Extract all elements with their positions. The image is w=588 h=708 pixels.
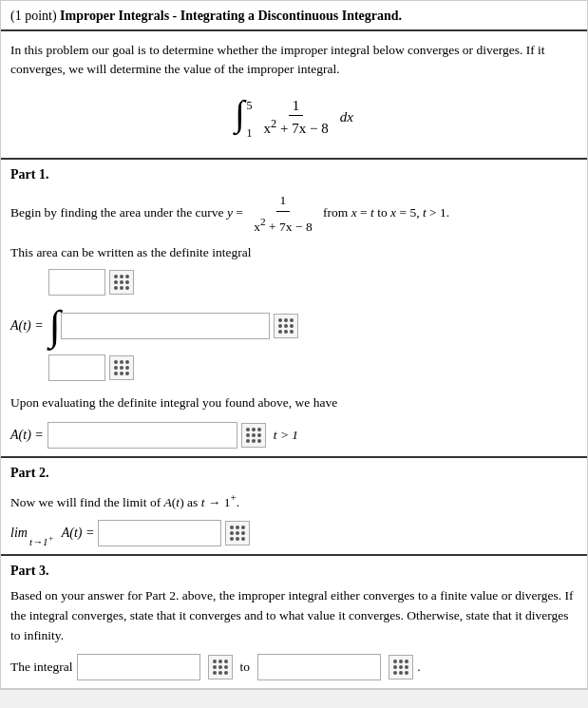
- grid-icon-3: [114, 360, 129, 375]
- integral-upper: 5: [247, 99, 253, 113]
- integral-limits: 5 1: [247, 99, 253, 141]
- part3-text: Based on your answer for Part 2. above, …: [10, 586, 578, 646]
- part1-title: Part 1.: [10, 167, 578, 182]
- upper-bound-row: [48, 269, 578, 296]
- definite-integral-row: A(t) = ∫: [10, 305, 578, 347]
- integral-lower: 1: [247, 126, 253, 141]
- upon-text: Upon evaluating the definite integral yo…: [10, 392, 578, 413]
- final-input2[interactable]: [257, 654, 381, 680]
- part1-section: Part 1. Begin by finding the area under …: [1, 160, 587, 459]
- to-label: to: [240, 660, 251, 675]
- from-text: from x = t to x = 5, t > 1.: [323, 204, 449, 219]
- integral-input-area: A(t) = ∫: [10, 269, 578, 381]
- dot-label: .: [417, 660, 420, 675]
- page: (1 point) Improper Integrals - Integrati…: [0, 0, 588, 690]
- intro-section: In this problem our goal is to determine…: [1, 31, 587, 160]
- title-text: Improper Integrals - Integrating a Disco…: [60, 9, 402, 23]
- y-label: y =: [227, 204, 243, 219]
- lim-subscript: t→1+: [29, 533, 54, 547]
- part1-text2: This area can be written as the definite…: [10, 242, 578, 263]
- lower-bound-row: [48, 354, 578, 381]
- part3-section: Part 3. Based on your answer for Part 2.…: [1, 556, 587, 689]
- grid-icon-2: [278, 318, 294, 334]
- grid-icon-6: [213, 660, 228, 675]
- dx-label: dx: [340, 109, 353, 125]
- frac-numerator: 1: [289, 98, 304, 116]
- integral-symbol: ∫: [49, 305, 61, 347]
- part3-title: Part 3.: [10, 564, 578, 579]
- upper-bound-grid-btn[interactable]: [109, 270, 134, 295]
- lim-grid-btn[interactable]: [225, 521, 250, 545]
- part2-section: Part 2. Now we will find the limit of A(…: [1, 458, 587, 556]
- at-result-row: A(t) = t > 1: [10, 422, 578, 449]
- lim-row: lim t→1+ A(t) =: [10, 520, 578, 546]
- at-result-input[interactable]: [47, 422, 237, 449]
- upper-bound-input[interactable]: [48, 269, 105, 296]
- integrand-fraction: 1 x2 + 7x − 8: [260, 98, 332, 137]
- points-label: (1 point): [10, 9, 57, 23]
- part1-frac-num: 1: [276, 190, 291, 213]
- grid-icon: [114, 275, 129, 290]
- the-integral-label: The integral: [10, 660, 73, 675]
- lim-label: lim: [10, 526, 28, 541]
- problem-title: (1 point) Improper Integrals - Integrati…: [10, 9, 402, 23]
- final-grid-btn1[interactable]: [208, 655, 233, 679]
- grid-icon-7: [393, 660, 408, 675]
- main-integral-display: ∫ 5 1 1 x2 + 7x − 8 dx: [10, 89, 578, 150]
- part2-text: Now we will find the limit of A(t) as t …: [10, 488, 578, 512]
- part1-fraction: 1 x2 + 7x − 8: [250, 190, 315, 238]
- At-result-label: A(t) =: [10, 428, 44, 443]
- final-grid-btn2[interactable]: [389, 655, 413, 679]
- At-lim-label: A(t) =: [62, 526, 95, 541]
- integrand-input[interactable]: [61, 313, 270, 339]
- integrand-grid-btn[interactable]: [274, 314, 298, 338]
- grid-icon-5: [230, 526, 245, 541]
- part1-frac-den: x2 + 7x − 8: [250, 212, 315, 237]
- intro-text: In this problem our goal is to determine…: [10, 41, 578, 80]
- lower-bound-grid-btn[interactable]: [109, 355, 134, 380]
- begin-text: Begin by finding the area under the curv…: [10, 204, 224, 219]
- lim-input[interactable]: [98, 520, 221, 546]
- final-row: The integral to .: [10, 654, 578, 680]
- at-result-grid-btn[interactable]: [241, 423, 266, 448]
- t-condition: t > 1: [274, 428, 298, 443]
- part2-title: Part 2.: [10, 466, 578, 481]
- lower-bound-input[interactable]: [48, 354, 105, 381]
- header: (1 point) Improper Integrals - Integrati…: [1, 1, 587, 31]
- grid-icon-4: [246, 428, 261, 443]
- part1-text1: Begin by finding the area under the curv…: [10, 190, 578, 238]
- At-label: A(t) =: [10, 318, 44, 334]
- integral-sign: ∫: [235, 95, 244, 131]
- final-input1[interactable]: [77, 654, 200, 680]
- frac-denominator: x2 + 7x − 8: [260, 116, 332, 137]
